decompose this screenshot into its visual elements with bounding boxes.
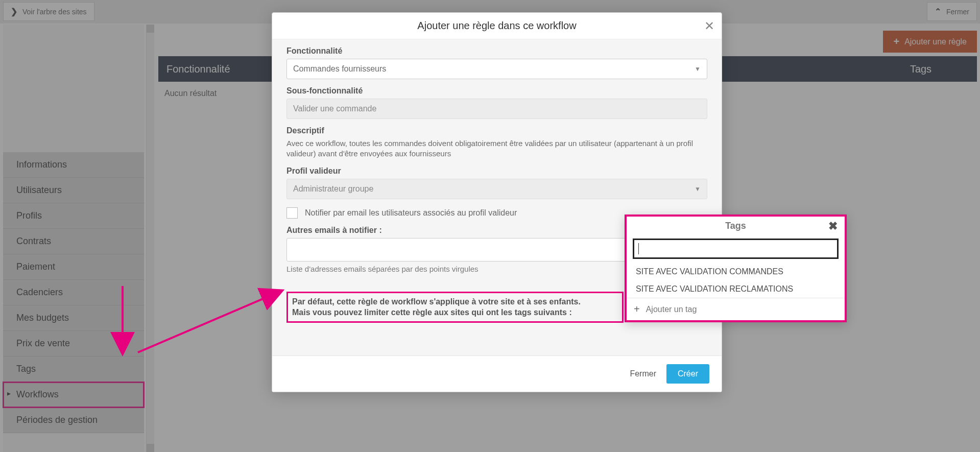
label-profile: Profil valideur [286,166,707,176]
default-line1: Par défaut, cette règle de workflow s'ap… [292,296,618,307]
modal-cancel-button[interactable]: Fermer [630,369,656,378]
profile-select[interactable]: Administrateur groupe ▼ [286,179,707,199]
func-value: Commandes fournisseurs [293,64,386,74]
subfunc-value: Valider une commande [293,104,376,113]
tags-title: Tags [725,221,746,231]
plus-icon: + [634,303,640,315]
label-func: Fonctionnalité [286,46,707,56]
tags-close-icon[interactable]: ✖ [828,220,838,233]
default-line2: Mais vous pouvez limiter cette règle aux… [292,307,618,318]
add-tag-row[interactable]: + Ajouter un tag [627,298,845,320]
modal-close-icon[interactable]: ✕ [704,19,714,33]
subfunc-field: Valider une commande [286,99,707,119]
notify-label: Notifier par email les utilisateurs asso… [305,208,517,218]
modal-create-button[interactable]: Créer [666,364,709,384]
notify-checkbox[interactable] [286,207,298,219]
tag-option[interactable]: SITE AVEC VALIDATION COMMANDES [627,263,845,280]
default-rule-note: Par défaut, cette règle de workflow s'ap… [286,292,624,323]
desc-text: Avec ce workflow, toutes les commandes d… [286,138,707,159]
profile-value: Administrateur groupe [293,184,373,194]
func-select[interactable]: Commandes fournisseurs ▼ [286,59,707,79]
label-subfunc: Sous-fonctionnalité [286,86,707,96]
chevron-down-icon: ▼ [695,65,701,73]
tags-search-input[interactable] [633,239,839,259]
modal-title: Ajouter une règle dans ce workflow [417,20,576,31]
tags-popover: Tags ✖ SITE AVEC VALIDATION COMMANDES SI… [625,215,847,322]
text-cursor-icon [638,243,639,254]
add-rule-modal: Ajouter une règle dans ce workflow ✕ Fon… [272,12,722,392]
label-desc: Descriptif [286,126,707,135]
caret-down-icon: ▼ [695,185,701,193]
tag-option[interactable]: SITE AVEC VALIDATION RECLAMATIONS [627,280,845,298]
add-tag-label: Ajouter un tag [646,305,697,314]
